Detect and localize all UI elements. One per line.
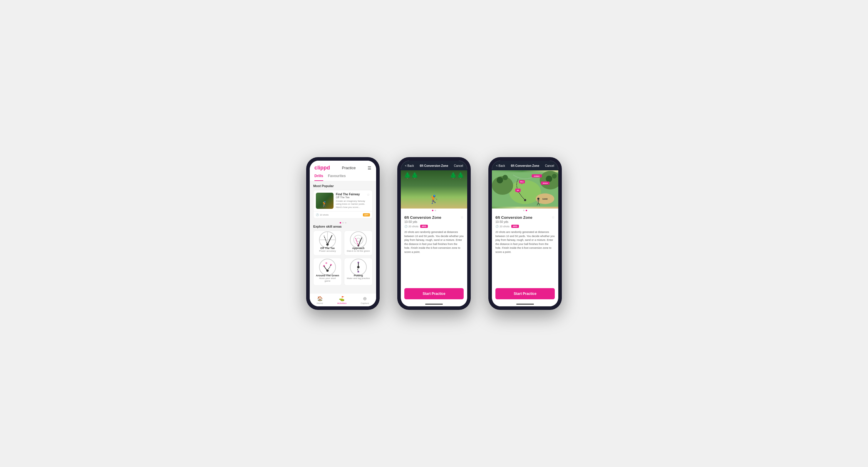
phone2-header: < Back 6ft Conversion Zone Cancel	[401, 161, 467, 170]
app-logo: clippd	[314, 165, 330, 171]
activities-label: Activities	[337, 302, 347, 305]
detail-title-2: 6ft Conversion Zone	[420, 164, 448, 167]
skill-card-ott[interactable]: Off The Tee Power accuracy	[313, 231, 342, 256]
header-title: Practice	[342, 166, 356, 170]
capture-label: Capture	[361, 302, 369, 305]
phone-1-screen: clippd Practice ☰ Drills Favourites Most…	[310, 161, 376, 306]
featured-card-content: 🏌️ Find The Fairway Off The Tee ☆ Create…	[313, 190, 372, 211]
skill-card-atg[interactable]: Around The Green Hone your short game	[313, 258, 342, 286]
tab-favourites[interactable]: Favourites	[328, 174, 346, 181]
carousel-dots	[313, 221, 373, 225]
home-bar-3	[492, 302, 558, 306]
phone1-navbar: 🏠 Home ⛳ Activities ⊕ Capture	[310, 293, 376, 306]
favourite-star-2-icon[interactable]: ☆	[460, 215, 464, 220]
clock-icon-3: 🕐	[495, 225, 499, 228]
dot-3	[345, 222, 346, 224]
featured-drill-desc: Create an imaginary fairway using trees …	[336, 200, 370, 209]
home-icon: 🏠	[317, 296, 323, 301]
home-indicator-2	[425, 304, 443, 305]
tabs-row: Drills Favourites	[314, 174, 371, 181]
svg-point-12	[319, 259, 336, 275]
home-label: Home	[317, 302, 323, 305]
svg-point-29	[552, 174, 557, 178]
drill-range-3: 10-50 yds	[495, 220, 532, 224]
shots-count: 10 shots	[320, 213, 329, 216]
ott-icon	[316, 234, 339, 245]
home-bar-2	[401, 302, 467, 306]
clock-icon: 🕐	[316, 213, 319, 216]
tab-drills[interactable]: Drills	[314, 174, 323, 181]
drill-shots-row-2: 🕐 20 shots ARG	[404, 225, 464, 228]
cancel-button-3[interactable]: Cancel	[545, 164, 554, 167]
phone-3: < Back 6ft Conversion Zone Cancel	[488, 157, 562, 310]
svg-point-8	[357, 238, 360, 241]
nav-capture[interactable]: ⊕ Capture	[361, 296, 369, 305]
drill-range-2: 10-50 yds	[404, 220, 441, 224]
arg-tag-2: ARG	[420, 225, 428, 228]
detail-content-3: 6ft Conversion Zone 10-50 yds ☆ 🕐 20 sho…	[492, 212, 558, 286]
golfer-icon: 🏌️	[321, 201, 328, 207]
capture-icon: ⊕	[363, 296, 367, 301]
dot-2-2	[435, 210, 436, 211]
favourite-star-icon[interactable]: ☆	[367, 193, 370, 197]
phone1-content: Most Popular 🏌️ Find The Fairway Off The…	[310, 181, 376, 293]
start-practice-button-2[interactable]: Start Practice	[404, 288, 464, 299]
shots-info: 🕐 10 shots	[316, 213, 329, 216]
svg-text:Miss: Miss	[520, 181, 524, 183]
approach-icon	[347, 234, 370, 245]
atg-icon	[316, 261, 339, 273]
featured-drill-card[interactable]: 🏌️ Find The Fairway Off The Tee ☆ Create…	[313, 190, 373, 219]
golf-photo: 🌲🌲 🌲🌲 🏌️	[401, 170, 467, 208]
card-footer: 🕐 10 shots OTT	[313, 211, 372, 218]
putting-icon	[347, 261, 370, 273]
carousel-dots-2	[401, 208, 467, 212]
svg-point-42	[537, 198, 539, 200]
phone-1: clippd Practice ☰ Drills Favourites Most…	[306, 157, 380, 310]
svg-point-7	[354, 235, 363, 244]
skill-card-approach[interactable]: Approach Dial-in to hit the green	[344, 231, 373, 256]
svg-text:ROUGH: ROUGH	[543, 183, 548, 184]
favourite-star-3-icon[interactable]: ☆	[552, 215, 555, 220]
skill-desc-atg: Hone your short game	[316, 277, 339, 282]
phone3-header: < Back 6ft Conversion Zone Cancel	[492, 161, 558, 170]
trees-right-icon: 🌲🌲	[450, 172, 464, 179]
phone-3-screen: < Back 6ft Conversion Zone Cancel	[492, 161, 558, 306]
ott-tag: OTT	[363, 213, 370, 216]
drill-shots-row-3: 🕐 20 shots ARG	[495, 225, 555, 228]
drill-shots-3: 🕐 20 shots	[495, 225, 509, 228]
cancel-button-2[interactable]: Cancel	[454, 164, 463, 167]
skill-desc-approach: Dial-in to hit the green	[347, 249, 370, 252]
featured-drill-title: Find The Fairway	[336, 193, 360, 196]
activities-icon: ⛳	[339, 296, 345, 301]
phone-2: < Back 6ft Conversion Zone Cancel 🌲🌲 🌲🌲 …	[397, 157, 471, 310]
phone-2-screen: < Back 6ft Conversion Zone Cancel 🌲🌲 🌲🌲 …	[401, 161, 467, 306]
explore-label: Explore skill areas	[313, 225, 373, 228]
dot-2-1	[432, 210, 433, 211]
featured-thumb: 🏌️	[316, 193, 334, 209]
svg-text:SAND: SAND	[542, 198, 548, 200]
back-button-2[interactable]: < Back	[405, 164, 414, 167]
dot-3-2	[526, 210, 527, 211]
dot-3-1	[523, 210, 525, 211]
nav-home[interactable]: 🏠 Home	[317, 296, 323, 305]
featured-drill-subtitle: Off The Tee	[336, 196, 360, 199]
dot-1	[340, 222, 341, 224]
drill-shots-2: 🕐 20 shots	[404, 225, 418, 228]
golfer-photo-icon: 🏌️	[429, 194, 439, 204]
home-indicator-3	[516, 304, 534, 305]
back-button-3[interactable]: < Back	[496, 164, 505, 167]
skill-desc-ott: Power accuracy	[316, 249, 339, 252]
svg-point-26	[497, 177, 503, 184]
golf-map: Hit Miss FAIRWAY ROUGH SAND	[492, 170, 558, 208]
arg-tag-3: ARG	[511, 225, 519, 228]
start-practice-button-3[interactable]: Start Practice	[495, 288, 555, 299]
carousel-dots-3	[492, 208, 558, 212]
svg-point-28	[546, 176, 552, 182]
skill-card-putting[interactable]: Putting Make and lag practice	[344, 258, 373, 286]
nav-activities[interactable]: ⛳ Activities	[337, 296, 347, 305]
most-popular-label: Most Popular	[313, 184, 373, 188]
dot-2	[342, 222, 344, 224]
menu-icon[interactable]: ☰	[368, 166, 371, 170]
svg-text:Hit: Hit	[517, 190, 519, 191]
drill-name-3: 6ft Conversion Zone	[495, 215, 532, 220]
